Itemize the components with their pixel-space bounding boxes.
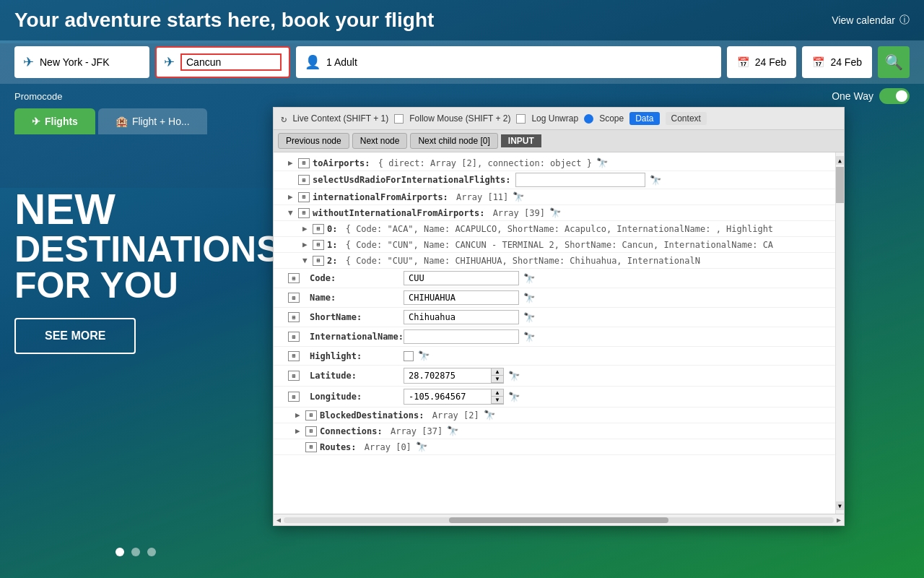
longitude-stepper[interactable]: ▲ ▼ bbox=[404, 389, 504, 405]
hero-line2: DESTINATIONS bbox=[14, 231, 281, 267]
one-way-toggle[interactable] bbox=[879, 88, 910, 104]
binoculars-icon[interactable]: 🔭 bbox=[416, 441, 427, 452]
file-icon: ⊞ bbox=[298, 175, 310, 185]
flights-icon: ✈ bbox=[32, 116, 40, 127]
promo-label[interactable]: Promocode bbox=[14, 91, 62, 102]
longitude-down-button[interactable]: ▼ bbox=[492, 397, 503, 404]
longitude-input[interactable] bbox=[404, 389, 491, 404]
scroll-down-arrow[interactable]: ▼ bbox=[836, 501, 844, 510]
scroll-up-arrow[interactable]: ▲ bbox=[836, 156, 844, 165]
destination-input[interactable] bbox=[180, 53, 282, 71]
date-to-field[interactable]: 📅 24 Feb bbox=[802, 46, 872, 78]
follow-mouse-checkbox[interactable] bbox=[516, 114, 526, 124]
longitude-up-button[interactable]: ▲ bbox=[492, 389, 503, 397]
field-shortname: ⊞ ShortName: 🔭 bbox=[274, 308, 844, 327]
row-international-airports[interactable]: ▶ ⊞ internationalFromAirports: Array [11… bbox=[274, 189, 844, 205]
row-to-airports[interactable]: ▶ ⊞ toAirports: { direct: Array [2], con… bbox=[274, 155, 844, 171]
hero-content: NEW DESTINATIONS FOR YOU SEE MORE bbox=[14, 188, 281, 354]
carousel-dot-3[interactable] bbox=[147, 548, 156, 556]
destination-field: ✈ bbox=[155, 46, 290, 78]
scroll-thumb[interactable] bbox=[836, 167, 844, 203]
see-more-button[interactable]: SEE MORE bbox=[14, 318, 136, 354]
binoculars-icon[interactable]: 🔭 bbox=[523, 293, 535, 303]
horizontal-scrollbar[interactable]: ◀ ▶ bbox=[274, 514, 844, 525]
carousel-dot-2[interactable] bbox=[131, 548, 140, 556]
carousel-dot-1[interactable] bbox=[116, 548, 124, 556]
log-unwrap-radio[interactable] bbox=[584, 114, 593, 124]
tab-flight-hotel[interactable]: 🏨 Flight + Ho... bbox=[98, 108, 207, 134]
view-calendar-link[interactable]: View calendar ⓘ bbox=[832, 14, 910, 27]
tab-flights[interactable]: ✈ Flights bbox=[14, 108, 95, 134]
file-icon: ⊞ bbox=[305, 410, 317, 420]
binoculars-icon[interactable]: 🔭 bbox=[418, 350, 430, 361]
hero-line1: NEW bbox=[14, 188, 281, 231]
plane-icon: ✈ bbox=[23, 54, 34, 70]
binoculars-icon[interactable]: 🔭 bbox=[650, 175, 661, 186]
context-badge[interactable]: Context bbox=[666, 112, 707, 125]
latitude-down-button[interactable]: ▼ bbox=[492, 376, 503, 383]
binoculars-icon[interactable]: 🔭 bbox=[523, 273, 535, 284]
page-title: Your adventure starts here, book your fl… bbox=[14, 9, 434, 32]
latitude-input[interactable] bbox=[404, 368, 491, 383]
field-longitude: ⊞ Longitude: ▲ ▼ 🔭 bbox=[274, 387, 844, 407]
binoculars-icon[interactable]: 🔭 bbox=[508, 392, 520, 402]
file-icon: ⊞ bbox=[298, 192, 310, 202]
row-item-2[interactable]: ▼ ⊞ 2: { Code: "CUU", Name: CHIHUAHUA, S… bbox=[274, 253, 844, 269]
devtools-toolbar: ↻ Live Context (SHIFT + 1) Follow Mouse … bbox=[274, 108, 844, 130]
binoculars-icon[interactable]: 🔭 bbox=[596, 158, 608, 168]
row-item-0[interactable]: ▶ ⊞ 0: { Code: "ACA", Name: ACAPULCO, Sh… bbox=[274, 221, 844, 237]
binoculars-icon[interactable]: 🔭 bbox=[549, 207, 561, 218]
follow-mouse-label: Follow Mouse (SHIFT + 2) bbox=[409, 113, 510, 124]
binoculars-icon[interactable]: 🔭 bbox=[508, 371, 520, 381]
node-nav: Previous node Next node Next child node … bbox=[274, 130, 844, 152]
field-name: ⊞ Name: 🔭 bbox=[274, 288, 844, 308]
binoculars-icon[interactable]: 🔭 bbox=[447, 426, 458, 436]
field-highlight: ⊞ Highlight: 🔭 bbox=[274, 347, 844, 366]
hotel-icon: 🏨 bbox=[116, 116, 128, 127]
latitude-up-button[interactable]: ▲ bbox=[492, 368, 503, 376]
header: Your adventure starts here, book your fl… bbox=[0, 0, 924, 40]
binoculars-icon[interactable]: 🔭 bbox=[523, 332, 535, 342]
code-input[interactable] bbox=[404, 271, 519, 285]
row-item-1[interactable]: ▶ ⊞ 1: { Code: "CUN", Name: CANCUN - TER… bbox=[274, 237, 844, 253]
row-routes[interactable]: ⊞ Routes: Array [0] 🔭 bbox=[274, 439, 844, 455]
next-child-node-button[interactable]: Next child node [0] bbox=[410, 133, 497, 149]
field-latitude: ⊞ Latitude: ▲ ▼ 🔭 bbox=[274, 366, 844, 387]
name-input[interactable] bbox=[404, 290, 519, 305]
latitude-stepper[interactable]: ▲ ▼ bbox=[404, 368, 504, 384]
binoculars-icon[interactable]: 🔭 bbox=[513, 191, 524, 202]
live-context-label: Live Context (SHIFT + 1) bbox=[292, 113, 388, 124]
international-name-input[interactable] bbox=[404, 329, 519, 344]
scroll-track[interactable] bbox=[284, 517, 834, 523]
binoculars-icon[interactable]: 🔭 bbox=[484, 410, 495, 420]
passengers-field[interactable]: 👤 1 Adult bbox=[296, 46, 721, 78]
file-icon: ⊞ bbox=[298, 158, 310, 168]
hero-line3: FOR YOU bbox=[14, 267, 281, 303]
devtools-content[interactable]: ▶ ⊞ toAirports: { direct: Array [2], con… bbox=[274, 152, 844, 514]
file-icon: ⊞ bbox=[313, 256, 324, 266]
search-button[interactable]: 🔍 bbox=[878, 46, 910, 78]
date-to-value: 24 Feb bbox=[830, 56, 862, 68]
log-unwrap-label: Log Unwrap bbox=[531, 113, 578, 124]
live-context-checkbox[interactable] bbox=[394, 114, 404, 124]
scroll-left-arrow[interactable]: ◀ bbox=[276, 516, 281, 524]
scroll-right-arrow[interactable]: ▶ bbox=[837, 516, 841, 524]
scope-label: Scope bbox=[599, 113, 624, 124]
refresh-icon[interactable]: ↻ bbox=[281, 113, 287, 124]
vertical-scrollbar[interactable]: ▲ ▼ bbox=[835, 152, 844, 514]
shortname-input[interactable] bbox=[404, 310, 519, 324]
next-node-button[interactable]: Next node bbox=[352, 133, 408, 149]
row-without-international[interactable]: ▼ ⊞ withoutInternationalFromAirports: Ar… bbox=[274, 205, 844, 221]
date-from-field[interactable]: 📅 24 Feb bbox=[727, 46, 797, 78]
binoculars-icon[interactable]: 🔭 bbox=[523, 312, 535, 323]
row-select-usd-radio[interactable]: ⊞ selectUsdRadioForInternationalFlights:… bbox=[274, 171, 844, 189]
data-badge[interactable]: Data bbox=[629, 112, 659, 125]
origin-input[interactable] bbox=[40, 56, 141, 68]
previous-node-button[interactable]: Previous node bbox=[278, 133, 349, 149]
calendar-icon-2: 📅 bbox=[812, 56, 824, 68]
row-connections[interactable]: ▶ ⊞ Connections: Array [37] 🔭 bbox=[274, 423, 844, 439]
highlight-checkbox[interactable] bbox=[404, 351, 414, 361]
select-usd-input[interactable] bbox=[515, 173, 645, 187]
row-blocked-destinations[interactable]: ▶ ⊞ BlockedDestinations: Array [2] 🔭 bbox=[274, 407, 844, 423]
file-icon: ⊞ bbox=[288, 351, 300, 361]
